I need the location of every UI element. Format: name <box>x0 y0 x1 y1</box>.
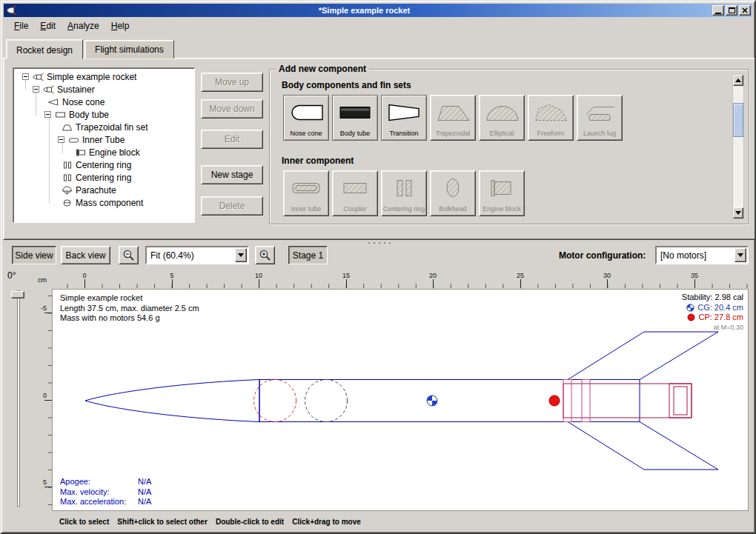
apogee-value: N/A <box>138 477 151 487</box>
tree-item-label: Inner Tube <box>82 135 125 145</box>
splitter-handle[interactable] <box>3 240 756 246</box>
bottom-fin <box>568 422 718 470</box>
move-up-button[interactable]: Move up <box>201 73 263 92</box>
body-components-label: Body components and fin sets <box>282 80 411 90</box>
tree-item-engine-block[interactable]: Engine block <box>74 146 194 158</box>
zoom-out-button[interactable] <box>119 246 139 264</box>
close-button[interactable] <box>739 5 751 16</box>
nose-cone-icon <box>47 98 60 107</box>
nose-cone-icon <box>284 96 328 130</box>
menu-help[interactable]: Help <box>105 19 136 33</box>
rocket-dimensions: Length 37.5 cm, max. diameter 2.5 cm <box>60 304 199 314</box>
add-body-tube-button[interactable]: Body tube <box>332 95 378 141</box>
add-trapezoidal-fin-button[interactable]: Trapezoidal <box>430 95 476 141</box>
stability-value: Stability: 2.98 cal <box>682 293 743 303</box>
vertical-ruler: -5 0 5 <box>37 289 52 511</box>
rocket-info: Simple example rocket Length 37.5 cm, ma… <box>60 293 199 324</box>
collapse-icon[interactable] <box>44 111 51 118</box>
tree-item-centering-ring-1[interactable]: Centering ring <box>61 158 194 171</box>
tab-flight-simulations[interactable]: Flight simulations <box>84 40 174 59</box>
svg-text:15: 15 <box>342 272 350 279</box>
combo-arrow-button[interactable] <box>235 248 247 262</box>
fin-set-icon <box>61 123 73 132</box>
add-engine-block-button[interactable]: Engine block <box>479 170 525 216</box>
stage-1-toggle[interactable]: Stage 1 <box>288 246 328 264</box>
delete-button[interactable]: Delete <box>201 196 263 216</box>
minimize-icon <box>715 13 721 14</box>
rocket-view-canvas[interactable]: Simple example rocket Length 37.5 cm, ma… <box>52 289 749 511</box>
tree-item-centering-ring-2[interactable]: Centering ring <box>61 171 194 184</box>
menu-analyze[interactable]: Analyze <box>62 19 105 33</box>
inner-component-label: Inner component <box>282 156 354 166</box>
rocket-icon <box>32 73 44 81</box>
tree-item-nose-cone[interactable]: Nose cone <box>47 96 194 108</box>
menu-file[interactable]: File <box>8 19 34 33</box>
tree-item-body-tube[interactable]: Body tube <box>44 108 194 121</box>
add-launch-lug-button[interactable]: Launch lug <box>577 95 623 141</box>
comp-button-label: Coupler <box>343 205 367 213</box>
rotation-slider[interactable] <box>17 290 20 507</box>
scroll-up-button[interactable] <box>733 75 743 86</box>
collapse-icon[interactable] <box>58 136 64 143</box>
status-hint: Click to select Shift+click to select ot… <box>59 518 361 526</box>
add-inner-tube-button[interactable]: Inner tube <box>283 170 329 216</box>
component-panel-scrollbar[interactable] <box>732 74 744 219</box>
new-stage-button[interactable]: New stage <box>201 165 263 184</box>
component-tree[interactable]: Simple example rocket Sustainer Nose con… <box>13 67 195 223</box>
engine-block-icon <box>74 148 87 157</box>
add-elliptical-fin-button[interactable]: Elliptical <box>479 95 525 141</box>
rocket-mass: Mass with no motors 54.6 g <box>60 313 199 324</box>
scroll-down-button[interactable] <box>733 207 743 218</box>
edit-button[interactable]: Edit <box>201 130 263 149</box>
tree-item-label: Centering ring <box>76 160 131 170</box>
arrow-up-icon <box>735 76 741 82</box>
title-bar[interactable]: *Simple example rocket <box>4 4 752 17</box>
tree-item-rocket[interactable]: Simple example rocket <box>22 70 194 83</box>
rotation-value: 0° <box>7 270 16 281</box>
mass-component-outline <box>305 380 348 422</box>
side-view-button[interactable]: Side view <box>12 246 56 264</box>
add-centering-ring-button[interactable]: Centering ring <box>381 170 427 216</box>
tree-guide <box>62 142 63 153</box>
scrollbar-thumb[interactable] <box>733 103 743 137</box>
tree-item-label: Nose cone <box>62 97 105 107</box>
add-nose-cone-button[interactable]: Nose cone <box>283 95 329 141</box>
add-bulkhead-button[interactable]: Bulkhead <box>430 170 476 216</box>
motor-configuration-select[interactable]: [No motors] <box>655 246 749 264</box>
back-view-button[interactable]: Back view <box>61 246 110 264</box>
collapse-icon[interactable] <box>22 73 29 80</box>
combo-arrow-button[interactable] <box>735 248 746 262</box>
maximize-button[interactable] <box>726 5 737 16</box>
move-down-button[interactable]: Move down <box>201 99 263 119</box>
rotation-slider-thumb[interactable] <box>11 291 24 298</box>
tree-item-parachute[interactable]: Parachute <box>61 184 194 196</box>
add-coupler-button[interactable]: Coupler <box>332 170 378 216</box>
motor-configuration-label: Motor configuration: <box>559 250 646 261</box>
tab-rocket-design[interactable]: Rocket design <box>6 39 83 59</box>
add-freeform-fin-button[interactable]: Freeform <box>528 95 574 141</box>
minimize-button[interactable] <box>712 5 724 16</box>
tree-item-sustainer[interactable]: Sustainer <box>33 83 194 96</box>
comp-button-label: Launch lug <box>583 130 616 137</box>
tree-guide <box>25 80 26 90</box>
comp-button-label: Trapezoidal <box>436 130 471 137</box>
horizontal-ruler: 0 5 10 15 20 25 30 35 <box>52 270 749 289</box>
cp-marker <box>549 396 560 406</box>
tree-item-label: Simple example rocket <box>47 72 136 82</box>
collapse-icon[interactable] <box>33 86 39 93</box>
zoom-level-select[interactable]: Fit (60.4%) <box>145 246 249 264</box>
tree-item-inner-tube[interactable]: Inner Tube <box>58 133 194 146</box>
tree-item-mass-component[interactable]: Mass component <box>61 196 194 209</box>
tree-item-label: Mass component <box>76 198 143 208</box>
transition-icon <box>382 96 426 130</box>
comp-button-label: Centering ring <box>383 205 425 213</box>
app-icon[interactable] <box>5 5 16 16</box>
zoom-in-button[interactable] <box>255 246 275 264</box>
menu-edit[interactable]: Edit <box>34 19 62 33</box>
tree-item-label: Trapezoidal fin set <box>76 122 148 133</box>
tree-item-trapezoidal-fin-set[interactable]: Trapezoidal fin set <box>61 121 194 133</box>
add-transition-button[interactable]: Transition <box>381 95 427 141</box>
coupler-icon <box>333 171 377 205</box>
svg-text:5: 5 <box>170 272 173 279</box>
cg-value: CG: 20.4 cm <box>697 303 743 313</box>
